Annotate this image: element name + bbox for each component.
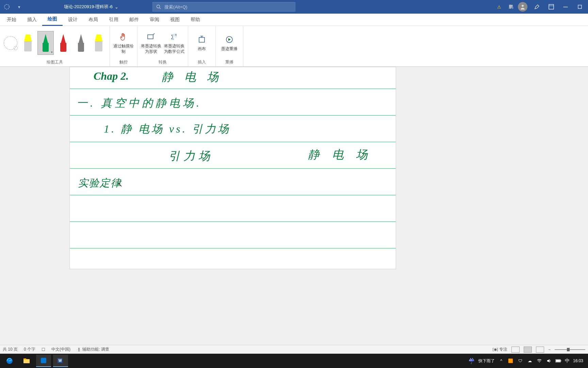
tray-ime[interactable]: 中 — [565, 358, 570, 364]
chevron-down-icon: ⌄ — [115, 4, 118, 10]
group-draw-tools: ▾ 绘图工具 — [0, 26, 110, 66]
ink-to-math-button[interactable]: ∑π 将墨迹转换为数学公式 — [163, 28, 185, 58]
statusbar: 共 10 页 0 个字 ☐ 中文(中国) 辅助功能: 调查 [◉] 专注 − — [0, 345, 588, 354]
avatar[interactable] — [518, 2, 527, 12]
svg-point-14 — [79, 348, 80, 349]
ink-replay-button[interactable]: 墨迹重播 — [218, 28, 240, 58]
page: Chap 2. 静 电 场 一. 真空中的静电场. 1. 静 电场 vs. 引力… — [69, 67, 396, 269]
zoom-out[interactable]: − — [548, 347, 551, 352]
tab-draw[interactable]: 绘图 — [42, 14, 63, 26]
group-touch: 通过触摸绘制 触控 — [110, 26, 137, 66]
group-insert: 画布 插入 — [188, 26, 216, 66]
view-read-icon[interactable] — [511, 347, 520, 353]
svg-text:π: π — [175, 33, 177, 37]
page-count[interactable]: 共 10 页 — [3, 347, 18, 352]
tray-security-icon[interactable]: 🛡 — [517, 358, 523, 364]
tray-volume-icon[interactable] — [546, 358, 552, 364]
titlebar: ▾ 场论-20220919-理科班-6 ⌄ ⚠ 鹏 ─ — [0, 0, 588, 14]
minimize-button[interactable]: ─ — [561, 2, 570, 12]
user-name-short: 鹏 — [509, 4, 513, 10]
svg-rect-17 — [23, 358, 26, 360]
hand-icon — [118, 31, 129, 42]
lasso-select[interactable] — [4, 36, 17, 50]
ink-to-shape-button[interactable]: 将墨迹转换为形状 — [140, 28, 162, 58]
svg-text:W: W — [59, 359, 62, 363]
tab-review[interactable]: 审阅 — [144, 14, 165, 26]
pen-mode-icon[interactable] — [532, 2, 542, 12]
tab-layout[interactable]: 布局 — [83, 14, 103, 26]
search-input[interactable] — [164, 4, 292, 10]
group-replay: 墨迹重播 重播 — [216, 26, 243, 66]
svg-rect-22 — [560, 360, 561, 362]
handwriting: 引力场 — [168, 148, 213, 164]
svg-point-1 — [157, 5, 160, 8]
canvas-icon — [196, 34, 207, 45]
pen-gray[interactable] — [73, 31, 89, 55]
tab-start[interactable]: 开始 — [1, 14, 22, 26]
autosave-toggle[interactable] — [3, 3, 11, 11]
pen-green[interactable]: ▾ — [37, 31, 54, 55]
svg-point-3 — [522, 5, 524, 7]
tab-insert[interactable]: 插入 — [22, 14, 42, 26]
group-label: 转换 — [159, 59, 167, 66]
pen-red[interactable] — [55, 31, 71, 55]
tab-mail[interactable]: 邮件 — [124, 14, 144, 26]
taskbar-word[interactable]: W — [53, 355, 68, 367]
cursor-icon: ↖ — [117, 181, 122, 188]
handwriting: 一. 真空中的静电场. — [77, 96, 202, 111]
ribbon: ▾ 绘图工具 通过触摸绘制 触控 — [0, 26, 588, 67]
tray-onedrive-icon[interactable]: ☁ — [527, 358, 533, 364]
ribbon-mode-icon[interactable] — [546, 2, 556, 12]
svg-rect-18 — [41, 358, 46, 363]
group-label: 重播 — [225, 59, 233, 66]
view-print-icon[interactable] — [524, 347, 532, 353]
taskbar-edge[interactable] — [2, 355, 17, 367]
search-box[interactable] — [152, 2, 295, 12]
tray-app-icon[interactable]: 🟧 — [508, 358, 514, 364]
tab-view[interactable]: 视图 — [165, 14, 185, 26]
word-count[interactable]: 0 个字 — [24, 347, 35, 352]
taskbar-explorer[interactable] — [19, 355, 34, 367]
tab-help[interactable]: 帮助 — [185, 14, 206, 26]
tray-chevron-icon[interactable]: ^ — [498, 358, 504, 364]
svg-rect-10 — [199, 37, 205, 42]
group-label: 插入 — [198, 59, 206, 66]
tab-design[interactable]: 设计 — [63, 14, 83, 26]
tray-battery-icon[interactable] — [555, 358, 561, 364]
maximize-button[interactable] — [575, 2, 585, 12]
svg-point-0 — [4, 4, 9, 9]
handwriting: 实验定律 — [78, 176, 121, 190]
tab-references[interactable]: 引用 — [103, 14, 124, 26]
tray-time[interactable]: 16:03 — [573, 358, 583, 363]
handwriting: 静 电 场 — [308, 147, 372, 163]
lang-status-icon[interactable]: ☐ — [42, 347, 45, 352]
warning-icon[interactable]: ⚠ — [494, 2, 504, 12]
ribbon-tabs: 开始 插入 绘图 设计 布局 引用 邮件 审阅 视图 帮助 — [0, 14, 588, 26]
replay-icon — [224, 34, 235, 45]
pen-highlighter-yellow-2[interactable] — [91, 31, 107, 55]
weather-icon[interactable]: ☔ — [468, 358, 475, 364]
search-icon — [156, 4, 161, 9]
zoom-slider[interactable] — [555, 349, 585, 350]
handwriting: 1. 静 电场 vs. 引力场 — [104, 122, 231, 137]
canvas-button[interactable]: 画布 — [191, 28, 213, 58]
focus-mode[interactable]: [◉] 专注 — [493, 347, 507, 352]
svg-rect-6 — [578, 5, 582, 9]
weather-text[interactable]: 快下雨了 — [478, 358, 495, 364]
math-icon: ∑π — [169, 31, 180, 42]
svg-text:∑: ∑ — [171, 34, 174, 39]
touch-draw-button[interactable]: 通过触摸绘制 — [113, 28, 134, 58]
chevron-down-icon[interactable]: ▾ — [51, 50, 53, 54]
shape-icon — [146, 31, 157, 42]
view-web-icon[interactable] — [536, 347, 544, 353]
tray-wifi-icon[interactable] — [536, 358, 542, 364]
language[interactable]: 中文(中国) — [51, 347, 70, 352]
group-label: 绘图工具 — [47, 59, 63, 66]
taskbar-app-1[interactable] — [36, 355, 51, 367]
qat-dropdown[interactable]: ▾ — [15, 3, 23, 11]
accessibility[interactable]: 辅助功能: 调查 — [77, 347, 109, 352]
taskbar: W ☔ 快下雨了 ^ 🟧 🛡 ☁ 中 16:03 — [0, 354, 588, 368]
document-title[interactable]: 场论-20220919-理科班-6 ⌄ — [64, 4, 118, 10]
pen-highlighter-yellow[interactable] — [20, 31, 36, 55]
document-area[interactable]: Chap 2. 静 电 场 一. 真空中的静电场. 1. 静 电场 vs. 引力… — [0, 67, 588, 356]
